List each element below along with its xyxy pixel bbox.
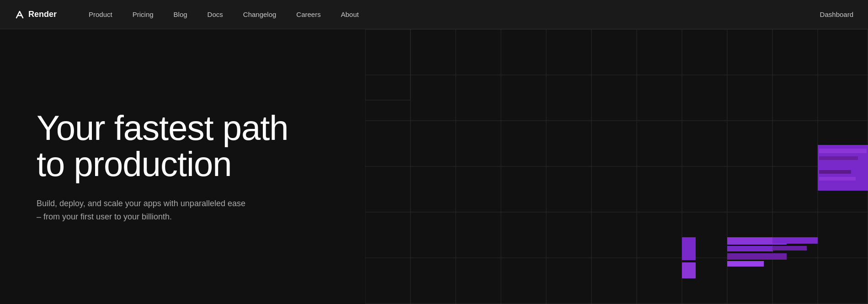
- svg-rect-35: [682, 262, 696, 278]
- navbar: Render Product Pricing Blog Docs Changel…: [0, 0, 868, 29]
- nav-item-pricing[interactable]: Pricing: [122, 0, 164, 29]
- hero-grid: .gl { stroke: #2a2a2a; stroke-width: 1; …: [365, 29, 868, 304]
- grid-svg: .gl { stroke: #2a2a2a; stroke-width: 1; …: [365, 29, 868, 304]
- nav-item-careers[interactable]: Careers: [286, 0, 330, 29]
- logo-link[interactable]: Render: [15, 10, 57, 20]
- hero-section: Your fastest path to production Build, d…: [0, 29, 868, 304]
- nav-item-about[interactable]: About: [331, 0, 369, 29]
- nav-item-product[interactable]: Product: [79, 0, 122, 29]
- svg-rect-37: [772, 246, 807, 251]
- svg-rect-34: [682, 237, 696, 260]
- svg-rect-25: [819, 156, 858, 160]
- nav-links: Product Pricing Blog Docs Changelog Care…: [79, 0, 820, 29]
- grid-container: .gl { stroke: #2a2a2a; stroke-width: 1; …: [365, 29, 868, 304]
- render-logo-icon: [15, 10, 25, 20]
- hero-subtitle: Build, deploy, and scale your apps with …: [37, 197, 247, 224]
- nav-item-changelog[interactable]: Changelog: [233, 0, 287, 29]
- svg-rect-26: [819, 163, 863, 167]
- hero-title: Your fastest path to production: [37, 110, 302, 183]
- svg-rect-27: [819, 170, 851, 174]
- svg-rect-36: [772, 237, 818, 244]
- dashboard-link[interactable]: Dashboard: [820, 11, 853, 18]
- svg-rect-28: [819, 177, 856, 181]
- nav-item-blog[interactable]: Blog: [164, 0, 197, 29]
- svg-rect-32: [727, 253, 787, 260]
- svg-rect-24: [819, 149, 867, 153]
- svg-rect-33: [727, 261, 764, 267]
- nav-item-docs[interactable]: Docs: [197, 0, 233, 29]
- logo-text: Render: [28, 10, 57, 19]
- svg-rect-29: [819, 184, 847, 187]
- hero-content: Your fastest path to production Build, d…: [37, 110, 302, 224]
- svg-rect-31: [727, 246, 773, 251]
